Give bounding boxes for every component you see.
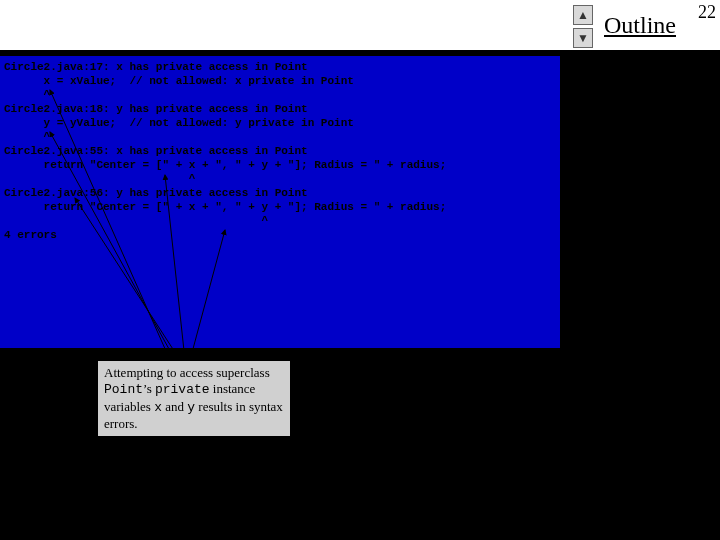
filename-label: Circle2.java: [567, 200, 719, 218]
compiler-output: Circle2.java:17: x has private access in…: [0, 56, 560, 348]
footer-line1: © 2003 Prentice Hall, Inc.: [575, 502, 712, 518]
header-bar: ▲ ▼ Outline 22: [0, 0, 720, 50]
copyright-footer: © 2003 Prentice Hall, Inc. All rights re…: [575, 502, 712, 535]
slide-number: 22: [698, 2, 716, 23]
right-notes: Circle2.java output Attempting to access…: [567, 200, 719, 339]
callout-box: Attempting to access superclass Point’s …: [97, 360, 291, 437]
outline-label: Outline: [604, 12, 676, 39]
nav-down-icon[interactable]: ▼: [573, 28, 593, 48]
footer-line2: All rights reserved.: [575, 518, 712, 534]
subheading: output: [567, 220, 719, 237]
nav-up-icon[interactable]: ▲: [573, 5, 593, 25]
right-paragraph: Attempting to access superclass Point’s …: [567, 255, 719, 339]
